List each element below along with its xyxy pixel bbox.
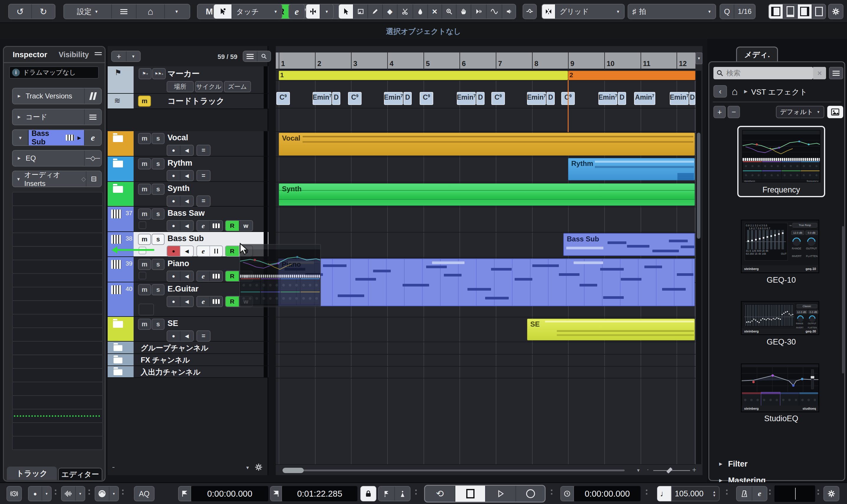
- track-row-bass-saw[interactable]: 37 m s Bass Saw ●◀ e R w: [108, 206, 268, 232]
- open-instrument-button[interactable]: [210, 221, 222, 231]
- chord-event[interactable]: D: [618, 92, 626, 105]
- insert-slot[interactable]: [12, 219, 103, 233]
- preset-dropdown[interactable]: デフォルト▼: [776, 106, 824, 118]
- tracklist-search-icon[interactable]: [258, 51, 270, 61]
- undo-button[interactable]: ↺: [9, 4, 32, 19]
- auto-quantize-button[interactable]: AQ: [134, 486, 155, 501]
- audition-tool[interactable]: [471, 4, 487, 19]
- goto-left-locator-button[interactable]: [178, 486, 191, 501]
- time-format-button[interactable]: [560, 486, 574, 501]
- primary-time-display[interactable]: 0:00:00.000: [574, 486, 640, 501]
- monitor-button[interactable]: ◀: [180, 271, 193, 281]
- track-row-io-channel[interactable]: 入出力チャンネル: [108, 366, 268, 378]
- monitor-button[interactable]: ◀: [180, 246, 193, 256]
- metronome-icon[interactable]: [737, 487, 752, 501]
- chord-event[interactable]: C9: [420, 92, 433, 105]
- transport-setup-gear[interactable]: [824, 486, 839, 501]
- open-instrument-button[interactable]: [210, 246, 222, 256]
- drum-map-field[interactable]: i ドラムマップなし: [9, 66, 99, 79]
- automation-checkbox[interactable]: [139, 221, 146, 229]
- media-list-view-button[interactable]: [829, 67, 843, 79]
- chord-event[interactable]: C9: [491, 92, 505, 105]
- open-instrument-button[interactable]: [210, 271, 222, 281]
- section-chords[interactable]: ►コード: [12, 109, 102, 125]
- solo-button[interactable]: s: [152, 284, 164, 295]
- add-track-dropdown[interactable]: ▼: [126, 51, 140, 61]
- record-mode-icon[interactable]: ●: [29, 487, 42, 501]
- solo-button[interactable]: s: [152, 259, 164, 270]
- zoom-preset-dropdown[interactable]: ▼: [636, 468, 640, 473]
- edit-channel-button[interactable]: e: [197, 296, 210, 307]
- zoom-in-plus[interactable]: +: [692, 466, 696, 474]
- plugin-tile-geq10[interactable]: 0.8 2.1 3.2 4.3 5.6 1.8 2.7 3.8 5.0 6.7 …: [737, 215, 825, 283]
- event-synth[interactable]: Synth: [279, 183, 695, 206]
- monitor-button[interactable]: ◀: [180, 221, 193, 231]
- record-mode-dropdown[interactable]: ▼: [42, 487, 51, 501]
- solo-button[interactable]: s: [152, 234, 164, 245]
- section-track-versions[interactable]: ►Track Versions: [12, 88, 102, 104]
- marker-cycle-button[interactable]: サイクル: [195, 81, 223, 92]
- constrain-delay-button[interactable]: [6, 486, 22, 501]
- chord-mute-button[interactable]: m: [138, 95, 151, 107]
- inspector-menu-icon[interactable]: [95, 52, 102, 55]
- record-button[interactable]: [516, 486, 545, 502]
- thumbnail-view-button[interactable]: [827, 106, 843, 118]
- tracklist-minus-zoom[interactable]: -: [112, 462, 115, 472]
- autoscroll-dropdown[interactable]: ▼: [320, 4, 333, 19]
- chord-event[interactable]: Emin7: [384, 92, 403, 105]
- chord-event[interactable]: Emin7: [670, 92, 689, 105]
- record-enable-button[interactable]: ●: [167, 271, 180, 281]
- insert-slot[interactable]: [12, 314, 103, 328]
- chord-event[interactable]: D: [476, 92, 484, 105]
- record-enable-button[interactable]: ●: [167, 296, 180, 307]
- cycle-button[interactable]: ⟲: [425, 486, 455, 502]
- zoom-tool[interactable]: [442, 4, 457, 19]
- read-automation-button[interactable]: R: [226, 296, 240, 307]
- punch-in-button[interactable]: [379, 487, 395, 501]
- punch-out-button[interactable]: [395, 487, 410, 501]
- mute-button[interactable]: m: [138, 158, 151, 169]
- timeline-ruler[interactable]: 1 2 3 4 5 6 7 8 9 10 11 12: [276, 52, 695, 70]
- glue-tool[interactable]: [413, 4, 428, 19]
- record-enable-button[interactable]: ●: [167, 145, 180, 155]
- media-search-field[interactable]: [713, 67, 813, 79]
- snap-zero-crossing-button[interactable]: [523, 4, 537, 19]
- edit-channel-button[interactable]: e: [288, 4, 305, 19]
- tempo-spinner[interactable]: ▲▼: [712, 490, 716, 497]
- read-automation-button[interactable]: R: [226, 271, 240, 281]
- track-row-synth[interactable]: m s Synth ●◀ =: [108, 182, 268, 206]
- media-search-input[interactable]: [726, 69, 801, 77]
- midi-connector-icon[interactable]: [95, 487, 109, 501]
- lower-zone-toggle[interactable]: [783, 4, 798, 19]
- media-home-icon[interactable]: ⌂: [732, 86, 738, 97]
- left-locator-time[interactable]: 0:00:00.000: [191, 486, 268, 501]
- media-scrollbar-thumb[interactable]: [842, 226, 844, 374]
- insert-slot[interactable]: [12, 422, 103, 436]
- section-inserts[interactable]: ▼オーディオ Inserts ◇ ⊟: [12, 170, 102, 187]
- insert-slot[interactable]: [12, 327, 103, 342]
- audio-waveform-icon[interactable]: [61, 487, 76, 501]
- tracklist-expand-dropdown[interactable]: ▼: [245, 465, 250, 470]
- insert-slot[interactable]: [12, 355, 103, 369]
- media-back-button[interactable]: ‹: [713, 85, 727, 97]
- audio-record-dropdown[interactable]: ▼: [76, 487, 85, 501]
- tab-media[interactable]: メディ.: [736, 47, 778, 62]
- chord-event[interactable]: Emin7: [313, 92, 332, 105]
- event-vocal[interactable]: Vocal: [279, 133, 695, 156]
- chord-event[interactable]: D: [546, 92, 555, 105]
- track-row-chord[interactable]: ≋ m コードトラック: [108, 94, 268, 109]
- read-automation-button[interactable]: R: [226, 221, 240, 231]
- tempo-track-button[interactable]: ♩: [657, 486, 671, 501]
- section-eq[interactable]: ►EQ ─◇─: [12, 150, 102, 166]
- mute-button[interactable]: m: [138, 319, 151, 330]
- insert-slot[interactable]: [12, 368, 103, 382]
- punch-lock-button[interactable]: [360, 486, 376, 501]
- insert-slot[interactable]: [12, 382, 103, 396]
- read-automation-button[interactable]: R: [226, 246, 240, 256]
- record-enable-button[interactable]: ●: [167, 246, 180, 256]
- rating-minus-button[interactable]: −: [727, 106, 740, 118]
- marker-event-1[interactable]: 1: [279, 71, 568, 80]
- goto-right-locator-button[interactable]: [270, 486, 282, 501]
- snap-on-off-icon[interactable]: [542, 4, 555, 19]
- insert-slot[interactable]: [12, 273, 103, 287]
